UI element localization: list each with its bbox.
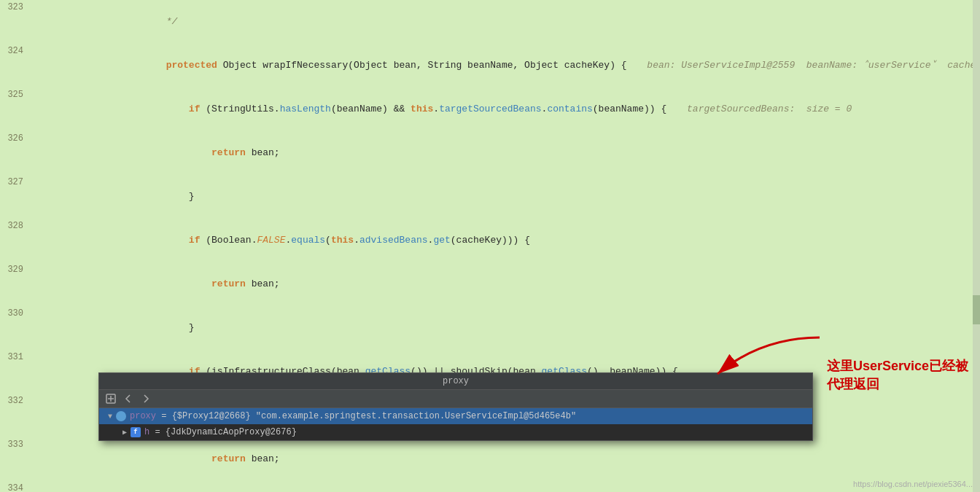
method-span: advisedBeans bbox=[359, 235, 428, 246]
forward-button[interactable] bbox=[139, 391, 153, 406]
line-number-329: 329 bbox=[0, 262, 29, 277]
code-line-326: 326 return bean; bbox=[0, 131, 980, 175]
code-content-330: } bbox=[95, 306, 980, 350]
gutter-325: 325 bbox=[0, 87, 95, 102]
code-span: . bbox=[354, 235, 359, 246]
code-span bbox=[143, 235, 188, 246]
code-span: (cacheKey))) { bbox=[451, 235, 530, 246]
code-span bbox=[143, 278, 211, 289]
kw-return: return bbox=[211, 278, 252, 289]
code-line-327: 327 } bbox=[0, 175, 980, 219]
code-span bbox=[143, 104, 188, 114]
editor-container: 323 */ 324 protected Object wrapIfNecess… bbox=[0, 0, 980, 492]
kw-false: FALSE bbox=[257, 235, 285, 246]
gutter-331: 331 bbox=[0, 350, 95, 364]
kw-this: this bbox=[411, 104, 433, 114]
code-content-329: return bean; bbox=[95, 262, 980, 306]
popup-toolbar bbox=[99, 390, 812, 408]
code-span: . bbox=[433, 104, 439, 114]
line-number-328: 328 bbox=[0, 219, 29, 233]
code-content-327: } bbox=[95, 175, 980, 219]
tree-toggle-h[interactable]: ▶ bbox=[120, 428, 130, 437]
line-number-323: 323 bbox=[0, 0, 29, 15]
gutter-326: 326 bbox=[0, 131, 95, 146]
code-span: (Boolean. bbox=[206, 235, 257, 246]
method-span: contains bbox=[547, 104, 592, 114]
line-number-325: 325 bbox=[0, 87, 29, 102]
code-content-323: */ bbox=[95, 0, 980, 44]
hint-325: targetSourcedBeans: size = 0 bbox=[687, 104, 852, 114]
new-watch-button[interactable] bbox=[104, 391, 118, 406]
gutter-329: 329 bbox=[0, 262, 95, 277]
kw-this: this bbox=[331, 235, 354, 246]
code-content-324: protected Object wrapIfNecessary(Object … bbox=[95, 44, 980, 87]
method-span: targetSourcedBeans bbox=[439, 104, 541, 114]
scrollbar-thumb[interactable] bbox=[973, 295, 980, 324]
code-span: (StringUtils. bbox=[206, 104, 279, 114]
popup-header: proxy bbox=[99, 373, 812, 390]
line-number-327: 327 bbox=[0, 175, 29, 190]
gutter-330: 330 bbox=[0, 306, 95, 321]
code-span: } bbox=[143, 322, 194, 333]
code-line-323: 323 */ bbox=[0, 0, 980, 44]
tree-row-h[interactable]: ▶ f h = {JdkDynamicAopProxy@2676} bbox=[99, 424, 812, 440]
kw-if: if bbox=[189, 235, 206, 246]
line-number-330: 330 bbox=[0, 306, 29, 321]
code-content-334: } bbox=[95, 481, 980, 492]
popup-panel: proxy bbox=[98, 372, 813, 441]
code-span bbox=[143, 147, 211, 158]
gutter-334: 334 bbox=[0, 481, 95, 492]
tree-icon-h: f bbox=[130, 426, 141, 438]
code-content-328: if (Boolean.FALSE.equals(this.advisedBea… bbox=[95, 219, 980, 262]
chinese-annotation: 这里UserService已经被代理返回 bbox=[827, 357, 973, 394]
new-watch-icon bbox=[106, 394, 116, 404]
code-line-330: 330 } bbox=[0, 306, 980, 350]
var-name-proxy: proxy bbox=[130, 411, 156, 421]
code-span: (beanName)) { bbox=[593, 104, 672, 114]
tree-row-proxy[interactable]: ▼ proxy = {$Proxy12@2668} "com.example.s… bbox=[99, 408, 812, 424]
comment-323: */ bbox=[143, 16, 177, 27]
code-span: Object wrapIfNecessary(Object bean, Stri… bbox=[223, 60, 633, 71]
field-icon-h: f bbox=[131, 427, 141, 437]
method-span: get bbox=[433, 235, 450, 246]
gutter-328: 328 bbox=[0, 219, 95, 233]
code-line-334: 334 } bbox=[0, 481, 980, 492]
gutter-327: 327 bbox=[0, 175, 95, 190]
code-span: bean; bbox=[252, 147, 280, 158]
popup-title: proxy bbox=[443, 376, 469, 386]
back-button[interactable] bbox=[121, 391, 136, 406]
code-span bbox=[143, 453, 211, 464]
gutter-323: 323 bbox=[0, 0, 95, 15]
back-icon bbox=[123, 394, 133, 404]
code-line-329: 329 return bean; bbox=[0, 262, 980, 306]
tree-label-h: h = {JdkDynamicAopProxy@2676} bbox=[144, 427, 297, 437]
tree-icon-proxy bbox=[115, 410, 127, 422]
code-content-333: return bean; bbox=[95, 437, 980, 481]
chinese-text: 这里UserService已经被代理返回 bbox=[827, 359, 968, 391]
kw-return: return bbox=[211, 147, 252, 158]
line-number-324: 324 bbox=[0, 44, 29, 58]
var-name-h: h bbox=[144, 427, 149, 437]
code-content-325: if (StringUtils.hasLength(beanName) && t… bbox=[95, 87, 980, 131]
gutter-324: 324 bbox=[0, 44, 95, 58]
code-line-333: 333 return bean; bbox=[0, 437, 980, 481]
hint-324: bean: UserServiceImpl@2559 beanName: ˄us… bbox=[647, 60, 980, 71]
code-line-324: 324 protected Object wrapIfNecessary(Obj… bbox=[0, 44, 980, 87]
scrollbar-track[interactable] bbox=[973, 0, 980, 492]
line-number-333: 333 bbox=[0, 437, 29, 452]
forward-icon bbox=[141, 394, 151, 404]
kw-if: if bbox=[189, 104, 206, 114]
popup-tree: ▼ proxy = {$Proxy12@2668} "com.example.s… bbox=[99, 408, 812, 440]
kw-return: return bbox=[211, 453, 252, 464]
line-number-331: 331 bbox=[0, 350, 29, 364]
code-span: ( bbox=[325, 235, 331, 246]
code-area: 323 */ 324 protected Object wrapIfNecess… bbox=[0, 0, 980, 492]
code-span: (beanName) && bbox=[331, 104, 411, 114]
code-line-325: 325 if (StringUtils.hasLength(beanName) … bbox=[0, 87, 980, 131]
code-span: bean; bbox=[252, 453, 280, 464]
tree-toggle-proxy[interactable]: ▼ bbox=[105, 413, 115, 421]
code-span bbox=[143, 60, 166, 71]
watermark: https://blog.csdn.net/piexie5364... bbox=[853, 480, 973, 488]
line-number-332: 332 bbox=[0, 394, 29, 408]
code-span: } bbox=[143, 191, 194, 202]
